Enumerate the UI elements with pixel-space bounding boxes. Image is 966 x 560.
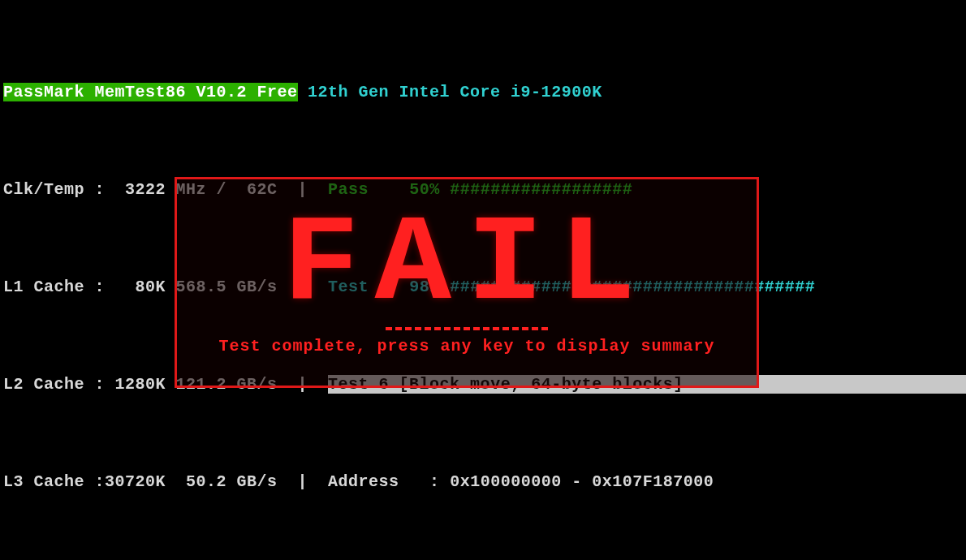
product-banner: PassMark MemTest86 V10.2 Free bbox=[3, 83, 298, 101]
fail-word: FAIL bbox=[282, 209, 651, 322]
clk-label: Clk/Temp : bbox=[3, 180, 105, 199]
l3-label: L3 Cache : bbox=[3, 472, 105, 491]
address-value: 0x100000000 - 0x107F187000 bbox=[440, 472, 714, 491]
row-l3-addr: L3 Cache :30720K 50.2 GB/s | Address : 0… bbox=[3, 472, 963, 492]
l3-value: 30720K 50.2 GB/s bbox=[105, 472, 278, 491]
l1-label: L1 Cache : bbox=[3, 278, 105, 296]
fail-dialog[interactable]: FAIL Test complete, press any key to dis… bbox=[175, 177, 759, 388]
header-row: PassMark MemTest86 V10.2 Free 12th Gen I… bbox=[3, 83, 963, 102]
memtest-screen: PassMark MemTest86 V10.2 Free 12th Gen I… bbox=[0, 0, 966, 560]
address-label: Address : bbox=[328, 472, 440, 491]
cpu-name: 12th Gen Intel Core i9-12900K bbox=[308, 83, 602, 101]
fail-message: Test complete, press any key to display … bbox=[218, 337, 714, 356]
l2-label: L2 Cache : bbox=[3, 375, 105, 394]
